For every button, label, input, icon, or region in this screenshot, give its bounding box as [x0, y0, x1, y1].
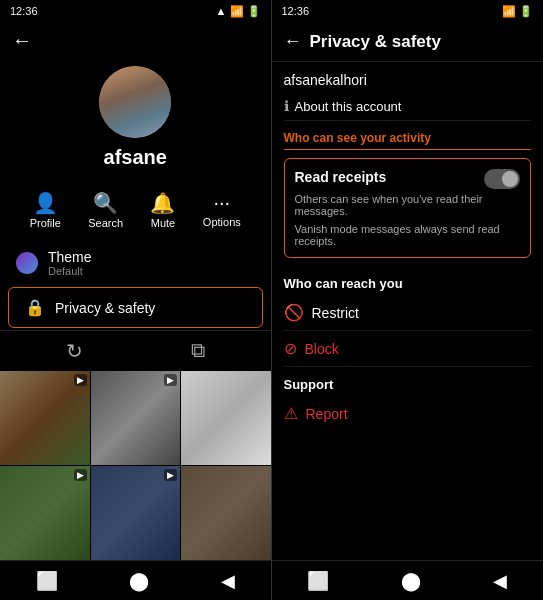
nav-back-left[interactable]: ◀	[221, 570, 235, 592]
left-panel: 12:36 ▲ 📶 🔋 ← afsane 👤 Profile 🔍 Search …	[0, 0, 271, 600]
media-badge-5: ▶	[164, 469, 177, 481]
profile-label: Profile	[30, 217, 61, 229]
mute-label: Mute	[151, 217, 175, 229]
bottom-nav-left: ⬜ ⬤ ◀	[0, 560, 271, 600]
privacy-label: Privacy & safety	[55, 300, 155, 316]
avatar-image	[99, 66, 171, 138]
report-button[interactable]: ⚠ Report	[284, 396, 532, 431]
profile-icon: 👤	[33, 191, 58, 215]
status-bar-right: 12:36 📶 🔋	[272, 0, 544, 22]
bottom-nav-right: ⬜ ⬤ ◀	[272, 560, 544, 600]
media-cell-2: ▶	[91, 371, 181, 465]
status-icons-left: ▲ 📶 🔋	[216, 5, 261, 18]
status-bar-left: 12:36 ▲ 📶 🔋	[0, 0, 271, 22]
refresh-icon[interactable]: ↻	[66, 339, 83, 363]
options-icon: ···	[213, 191, 230, 214]
status-time-right: 12:36	[282, 5, 310, 17]
block-label: Block	[305, 341, 339, 357]
block-icon: ⊘	[284, 339, 297, 358]
support-section-header: Support	[284, 367, 532, 396]
media-badge-4: ▶	[74, 469, 87, 481]
status-time-left: 12:36	[10, 5, 38, 17]
username: afsane	[104, 146, 167, 169]
activity-section-header: Who can see your activity	[284, 121, 532, 150]
left-header: ←	[0, 22, 271, 58]
profile-section: afsane	[0, 58, 271, 191]
back-button-left[interactable]: ←	[12, 29, 32, 52]
media-cell-3	[181, 371, 271, 465]
nav-square-right[interactable]: ⬜	[307, 570, 329, 592]
media-cell-1: ▶	[0, 371, 90, 465]
read-receipts-title: Read receipts	[295, 169, 387, 185]
theme-title: Theme	[48, 249, 92, 265]
block-button[interactable]: ⊘ Block	[284, 331, 532, 367]
avatar	[99, 66, 171, 138]
right-header: ← Privacy & safety	[272, 22, 544, 62]
restrict-button[interactable]: 🚫 Restrict	[284, 295, 532, 331]
read-receipts-box: Read receipts Others can see when you've…	[284, 158, 532, 258]
nav-back-right[interactable]: ◀	[493, 570, 507, 592]
copy-icon[interactable]: ⧉	[191, 339, 205, 363]
report-label: Report	[306, 406, 348, 422]
account-name: afsanekalhori	[284, 62, 532, 92]
media-badge-1: ▶	[74, 374, 87, 386]
right-title: Privacy & safety	[310, 32, 441, 52]
right-panel: 12:36 📶 🔋 ← Privacy & safety afsanekalho…	[272, 0, 544, 600]
mute-button[interactable]: 🔔 Mute	[150, 191, 175, 229]
media-cell-5: ▶	[91, 466, 181, 560]
theme-item[interactable]: Theme Default	[0, 241, 271, 285]
right-content: afsanekalhori ℹ About this account Who c…	[272, 62, 544, 560]
about-row[interactable]: ℹ About this account	[284, 92, 532, 121]
restrict-label: Restrict	[312, 305, 359, 321]
nav-circle-right[interactable]: ⬤	[401, 570, 421, 592]
media-grid: ▶ ▶ ▶ ▶	[0, 371, 271, 560]
theme-subtitle: Default	[48, 265, 92, 277]
lock-icon: 🔒	[25, 298, 45, 317]
theme-icon	[16, 252, 38, 274]
search-label: Search	[88, 217, 123, 229]
info-icon: ℹ	[284, 98, 289, 114]
read-receipts-note: Vanish mode messages always send read re…	[295, 223, 521, 247]
toggle-knob	[502, 171, 518, 187]
media-actions: ↻ ⧉	[0, 330, 271, 371]
read-receipts-toggle[interactable]	[484, 169, 520, 189]
report-icon: ⚠	[284, 404, 298, 423]
search-icon: 🔍	[93, 191, 118, 215]
reach-section-header: Who can reach you	[284, 266, 532, 295]
options-button[interactable]: ··· Options	[203, 191, 241, 229]
media-cell-6	[181, 466, 271, 560]
profile-button[interactable]: 👤 Profile	[30, 191, 61, 229]
status-icons-right: 📶 🔋	[502, 5, 533, 18]
back-button-right[interactable]: ←	[284, 31, 302, 52]
restrict-icon: 🚫	[284, 303, 304, 322]
read-receipts-description: Others can see when you've read their me…	[295, 193, 521, 217]
mute-icon: 🔔	[150, 191, 175, 215]
profile-actions: 👤 Profile 🔍 Search 🔔 Mute ··· Options	[0, 191, 271, 229]
privacy-safety-button[interactable]: 🔒 Privacy & safety	[8, 287, 263, 328]
nav-circle-left[interactable]: ⬤	[129, 570, 149, 592]
about-label: About this account	[295, 99, 402, 114]
nav-square-left[interactable]: ⬜	[36, 570, 58, 592]
search-button[interactable]: 🔍 Search	[88, 191, 123, 229]
options-label: Options	[203, 216, 241, 228]
media-cell-4: ▶	[0, 466, 90, 560]
media-badge-2: ▶	[164, 374, 177, 386]
